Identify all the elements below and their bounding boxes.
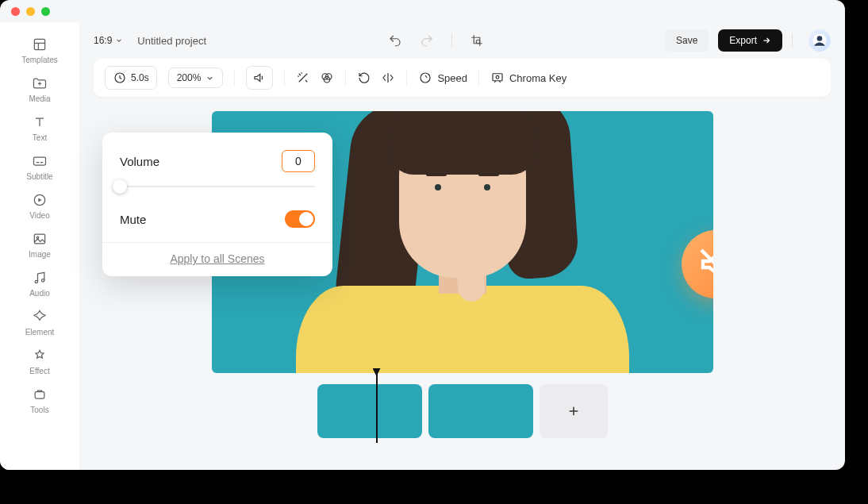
- apply-all-scenes-link[interactable]: Apply to all Scenes: [120, 252, 315, 265]
- timeline-scene[interactable]: [428, 384, 533, 438]
- export-button[interactable]: Export: [718, 29, 782, 52]
- element-icon: [32, 309, 48, 325]
- separator: [284, 69, 285, 87]
- mute-toggle[interactable]: [285, 210, 315, 228]
- sidebar-item-label: Element: [25, 328, 55, 337]
- speaker-icon: [252, 71, 267, 85]
- separator: [234, 69, 235, 87]
- svg-point-17: [496, 75, 499, 79]
- add-scene-button[interactable]: [540, 384, 608, 438]
- divider: [792, 33, 793, 48]
- sidebar-item-video[interactable]: Video: [29, 192, 49, 220]
- volume-popover: Volume 0 Mute Apply to all Scenes: [102, 133, 332, 276]
- sidebar-item-label: Video: [29, 211, 49, 220]
- svg-point-6: [41, 279, 44, 282]
- timeline: [317, 384, 608, 438]
- separator: [345, 69, 346, 87]
- speed-icon: [418, 71, 432, 85]
- slider-thumb[interactable]: [113, 179, 127, 194]
- tools-icon: [32, 387, 48, 402]
- flip-button[interactable]: [381, 71, 395, 85]
- zoom-value: 200%: [177, 72, 202, 83]
- topbar: 16:9 Untitled project Save Export: [79, 22, 845, 59]
- divider: [451, 33, 452, 48]
- aspect-ratio-selector[interactable]: 16:9: [94, 35, 123, 46]
- svg-point-10: [817, 36, 823, 41]
- magic-button[interactable]: [296, 71, 310, 85]
- volume-label: Volume: [120, 155, 159, 168]
- sidebar-item-image[interactable]: Image: [29, 231, 51, 259]
- sidebar-item-effect[interactable]: Effect: [29, 348, 49, 375]
- separator: [102, 242, 332, 243]
- redo-button[interactable]: [420, 33, 434, 48]
- video-icon: [32, 192, 48, 208]
- chevron-down-icon: [205, 74, 214, 83]
- sidebar-item-subtitle[interactable]: Subtitle: [26, 153, 52, 181]
- sidebar-item-tools[interactable]: Tools: [30, 387, 48, 414]
- mute-label: Mute: [120, 213, 146, 226]
- timeline-playhead[interactable]: [376, 370, 378, 443]
- avatar-icon: [812, 33, 828, 48]
- svg-rect-0: [34, 39, 44, 49]
- window-close-button[interactable]: [11, 7, 20, 16]
- audio-icon: [32, 270, 48, 286]
- volume-value-input[interactable]: 0: [282, 150, 315, 172]
- user-avatar[interactable]: [808, 29, 831, 52]
- volume-button[interactable]: [246, 66, 273, 90]
- speaker-muted-icon: [697, 245, 713, 283]
- arrow-right-icon: [762, 36, 771, 45]
- sidebar-item-label: Image: [29, 250, 51, 259]
- chroma-key-label: Chroma Key: [509, 72, 567, 84]
- sidebar-item-label: Audio: [29, 289, 50, 298]
- sidebar-item-text[interactable]: Text: [32, 114, 48, 142]
- content-area: Templates Media Text Subtitle Video Imag…: [0, 22, 845, 470]
- volume-slider[interactable]: [120, 177, 315, 196]
- save-button[interactable]: Save: [665, 29, 709, 52]
- plus-icon: [567, 404, 581, 418]
- slider-track: [120, 186, 315, 187]
- sidebar-item-label: Media: [29, 94, 50, 103]
- svg-rect-1: [33, 157, 45, 165]
- timeline-scene[interactable]: [317, 384, 422, 438]
- sidebar-item-label: Templates: [21, 56, 58, 64]
- sidebar-item-media[interactable]: Media: [29, 75, 50, 103]
- project-title[interactable]: Untitled project: [137, 35, 206, 47]
- aspect-ratio-value: 16:9: [94, 35, 112, 46]
- window-minimize-button[interactable]: [26, 7, 35, 16]
- canvas-area: Volume 0 Mute Apply to all Scenes: [79, 97, 845, 470]
- window-zoom-button[interactable]: [41, 7, 50, 16]
- svg-rect-3: [34, 234, 44, 244]
- sidebar-item-label: Effect: [29, 367, 49, 375]
- app-window: Templates Media Text Subtitle Video Imag…: [0, 0, 845, 470]
- export-label: Export: [729, 35, 757, 46]
- main-area: 16:9 Untitled project Save Export: [79, 22, 845, 470]
- svg-point-8: [476, 40, 480, 44]
- svg-rect-16: [493, 74, 502, 81]
- rotate-button[interactable]: [357, 71, 371, 85]
- crop-button[interactable]: [470, 33, 484, 48]
- undo-button[interactable]: [388, 33, 402, 48]
- zoom-selector[interactable]: 200%: [168, 67, 224, 88]
- sidebar-item-label: Tools: [30, 406, 48, 414]
- context-toolbar: 5.0s 200%: [94, 59, 831, 97]
- mute-indicator-badge: [682, 230, 713, 298]
- sidebar-item-element[interactable]: Element: [25, 309, 55, 337]
- templates-icon: [32, 37, 48, 52]
- filter-button[interactable]: [320, 71, 334, 85]
- speed-label: Speed: [437, 72, 467, 84]
- duration-value: 5.0s: [131, 72, 149, 83]
- separator: [406, 69, 407, 87]
- chevron-down-icon: [115, 37, 123, 44]
- subtitle-icon: [32, 153, 48, 169]
- speed-button[interactable]: Speed: [418, 71, 467, 85]
- chroma-key-button[interactable]: Chroma Key: [490, 71, 567, 85]
- sidebar-item-audio[interactable]: Audio: [29, 270, 50, 298]
- sidebar-item-label: Text: [33, 133, 47, 142]
- svg-point-5: [35, 280, 37, 283]
- sidebar-item-templates[interactable]: Templates: [21, 37, 58, 64]
- duration-control[interactable]: 5.0s: [105, 66, 157, 90]
- separator: [478, 69, 479, 87]
- sidebar-item-label: Subtitle: [26, 172, 52, 181]
- image-icon: [32, 231, 48, 247]
- effect-icon: [32, 348, 48, 364]
